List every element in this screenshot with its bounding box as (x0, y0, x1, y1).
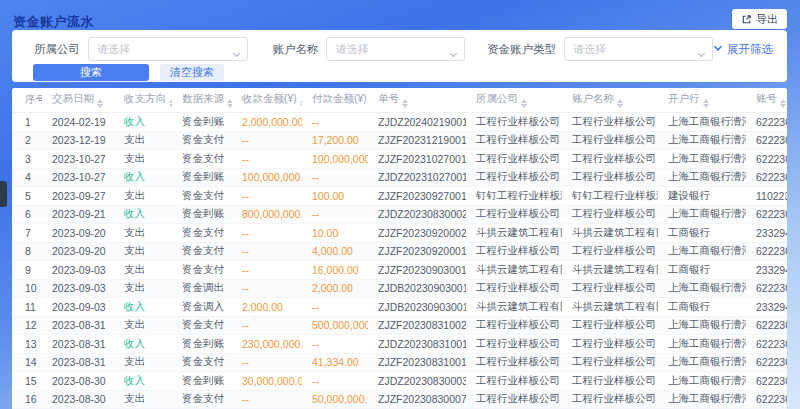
cell-index: 12 (12, 316, 42, 335)
column-header-payment-amount[interactable]: 付款金额(¥) (302, 88, 368, 113)
sort-icon[interactable] (300, 99, 302, 108)
cell-account-no: 622230111 (746, 335, 787, 354)
cell-index: 10 (12, 279, 42, 298)
column-header-direction[interactable]: 收支方向 (114, 88, 172, 113)
sort-icon[interactable] (521, 99, 527, 108)
table-row: 152023-08-30收入资金到账30,000,000.00--ZJDZ202… (12, 372, 787, 391)
cell-index: 8 (12, 242, 42, 261)
cell-direction: 支出 (114, 224, 172, 243)
sort-icon[interactable] (97, 99, 103, 108)
chevron-down-icon (697, 45, 706, 63)
cell-order-no: ZJZF20230831002 (368, 316, 466, 335)
cell-bank: 上海工商银行漕河泾支行 (658, 335, 746, 354)
transactions-table: 序号交易日期收支方向数据来源收款金额(¥)付款金额(¥)单号所属公司账户名称开户… (12, 88, 787, 409)
search-button[interactable]: 搜索 (33, 64, 149, 81)
cell-bank: 上海工商银行漕河泾支行 (658, 316, 746, 335)
expand-filters-label: 展开筛选 (727, 42, 773, 57)
page-title: 资金账户流水 (13, 13, 94, 31)
cell-direction: 支出 (114, 150, 172, 169)
cell-payment-amount: -- (302, 335, 368, 354)
export-icon (741, 14, 752, 25)
cell-payment-amount: 2,000.00 (302, 279, 368, 298)
cell-company: 工程行业样板公司 (466, 150, 562, 169)
account-name-select[interactable]: 请选择 (326, 37, 464, 61)
column-header-account-no[interactable]: 账号 (746, 88, 787, 113)
cell-index: 6 (12, 205, 42, 224)
export-button[interactable]: 导出 (732, 9, 787, 29)
cell-source: 资金支付 (172, 390, 232, 409)
company-select[interactable]: 请选择 (88, 37, 248, 61)
cell-source: 资金到账 (172, 205, 232, 224)
sort-icon[interactable] (227, 99, 232, 108)
cell-direction: 收入 (114, 205, 172, 224)
clear-search-button[interactable]: 清空搜索 (160, 64, 224, 81)
cell-account-name: 工程行业样板公司 (562, 113, 658, 132)
cell-payment-amount: 100.00 (302, 187, 368, 206)
cell-account-no: 23329499 (746, 298, 787, 317)
cell-direction: 支出 (114, 187, 172, 206)
sort-icon[interactable] (617, 99, 623, 108)
cell-bank: 上海工商银行漕河泾支行 (658, 279, 746, 298)
column-header-company[interactable]: 所属公司 (466, 88, 562, 113)
cell-company: 工程行业样板公司 (466, 353, 562, 372)
table-row: 142023-08-31支出资金支付--41,334.00ZJZF2023083… (12, 353, 787, 372)
cell-account-name: 工程行业样板公司 (562, 150, 658, 169)
cell-account-name: 工程行业样板公司 (562, 279, 658, 298)
column-label: 收款金额(¥) (242, 92, 297, 104)
cell-company: 斗拱云建筑工程有限公司 (466, 224, 562, 243)
cell-bank: 工商银行 (658, 298, 746, 317)
cell-bank: 上海工商银行漕河泾支行 (658, 131, 746, 150)
cell-account-name: 工程行业样板公司 (562, 131, 658, 150)
cell-account-no: 622230111 (746, 205, 787, 224)
cell-company: 工程行业样板公司 (466, 316, 562, 335)
table-row: 22023-12-19支出资金支付--17,200.00ZJZF20231219… (12, 131, 787, 150)
sort-icon[interactable] (703, 99, 709, 108)
cell-index: 4 (12, 168, 42, 187)
cell-date: 2023-09-27 (42, 187, 114, 206)
column-label: 开户行 (668, 92, 700, 104)
cell-order-no: ZJDB20230903001 (368, 279, 466, 298)
column-header-order-no[interactable]: 单号 (368, 88, 466, 113)
cell-order-no: ZJDZ20230831001 (368, 335, 466, 354)
cell-index: 9 (12, 261, 42, 280)
cell-index: 2 (12, 131, 42, 150)
account-type-select[interactable]: 请选择 (564, 37, 713, 61)
sort-icon[interactable] (169, 99, 172, 108)
cell-direction: 支出 (114, 131, 172, 150)
column-header-income-amount[interactable]: 收款金额(¥) (232, 88, 302, 113)
cell-order-no: ZJZF20230903001 (368, 261, 466, 280)
cell-bank: 上海工商银行漕河泾支行 (658, 113, 746, 132)
side-drawer-handle[interactable] (0, 181, 7, 207)
column-label: 所属公司 (476, 92, 518, 104)
cell-order-no: ZJZF20231027001 (368, 150, 466, 169)
expand-filters-link[interactable]: 展开筛选 (713, 42, 773, 57)
cell-account-no: 622230111 (746, 372, 787, 391)
sort-icon[interactable] (780, 99, 786, 108)
cell-account-name: 斗拱云建筑工程有限公司 (562, 261, 658, 280)
cell-direction: 收入 (114, 298, 172, 317)
export-label: 导出 (756, 12, 778, 27)
table-row: 52023-09-27支出资金支付--100.00ZJZF20230927001… (12, 187, 787, 206)
chevron-down-icon (713, 43, 723, 55)
cell-date: 2023-10-27 (42, 168, 114, 187)
cell-date: 2023-08-31 (42, 335, 114, 354)
cell-source: 资金支付 (172, 261, 232, 280)
cell-index: 15 (12, 372, 42, 391)
column-header-bank[interactable]: 开户行 (658, 88, 746, 113)
table-row: 12024-02-19收入资金到账2,000,000.00--ZJDZ20240… (12, 113, 787, 132)
column-header-date[interactable]: 交易日期 (42, 88, 114, 113)
cell-account-no: 622230111 (746, 242, 787, 261)
cell-index: 11 (12, 298, 42, 317)
cell-source: 资金支付 (172, 131, 232, 150)
cell-order-no: ZJDB20230903001 (368, 298, 466, 317)
column-header-source[interactable]: 数据来源 (172, 88, 232, 113)
column-label: 交易日期 (52, 92, 94, 104)
cell-income-amount: -- (232, 150, 302, 169)
cell-income-amount: 30,000,000.00 (232, 372, 302, 391)
sort-icon[interactable] (402, 99, 408, 108)
cell-company: 工程行业样板公司 (466, 168, 562, 187)
cell-date: 2023-09-03 (42, 298, 114, 317)
column-header-account-name[interactable]: 账户名称 (562, 88, 658, 113)
cell-source: 资金到账 (172, 372, 232, 391)
cell-index: 13 (12, 335, 42, 354)
